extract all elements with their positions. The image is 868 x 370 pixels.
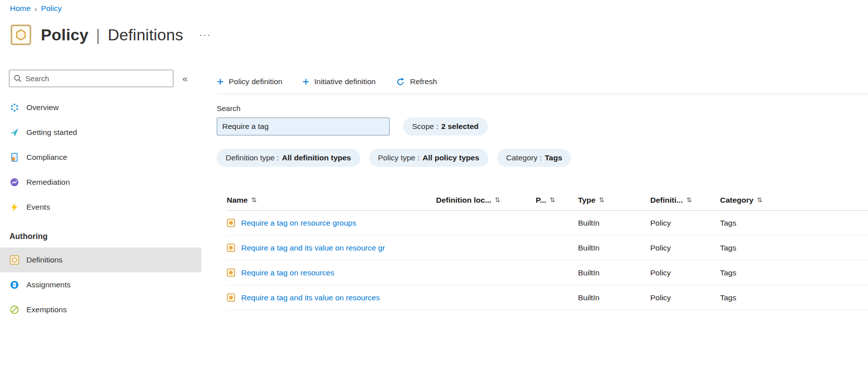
refresh-icon [396,77,405,87]
assignments-icon [9,280,19,290]
sidebar-item-label: Getting started [26,128,77,137]
table-row: Require a tag on resources BuiltIn Polic… [227,260,868,285]
definition-type-cell: Policy [650,293,720,302]
name-cell: Require a tag and its value on resource … [227,244,436,252]
page-title-primary: Policy [41,26,88,44]
sidebar-collapse-icon[interactable]: « [182,73,188,84]
sidebar: « Overview Getting started [0,70,201,322]
filter-row-1: Scope : 2 selected [217,118,868,135]
category-cell: Tags [720,244,868,252]
type-cell: BuiltIn [578,244,650,252]
events-icon [9,202,19,212]
sort-icon: ⇅ [757,196,762,204]
sidebar-search-input[interactable] [9,70,173,87]
compliance-icon [9,152,19,162]
name-cell: Require a tag on resource groups [227,219,436,228]
sidebar-item-remediation[interactable]: Remediation [0,170,201,195]
main-content: + Policy definition + Initiative definit… [217,71,868,310]
column-header-definition-location[interactable]: Definition loc... ⇅ [436,196,536,205]
sort-icon: ⇅ [550,196,555,204]
sidebar-item-assignments[interactable]: Assignments [0,272,201,297]
refresh-button[interactable]: Refresh [396,77,437,87]
category-cell: Tags [720,268,868,277]
table-row: Require a tag on resource groups BuiltIn… [227,211,868,236]
sidebar-item-overview[interactable]: Overview [0,95,201,120]
page-header: Policy | Definitions ··· [10,24,211,46]
column-header-name[interactable]: Name ⇅ [227,196,436,205]
name-cell: Require a tag on resources [227,268,436,277]
policy-row-icon [227,219,235,227]
breadcrumb-chevron-icon: › [34,4,37,13]
sidebar-search-row: « [0,70,201,87]
sidebar-item-label: Exemptions [26,305,67,314]
sidebar-item-exemptions[interactable]: Exemptions [0,297,201,322]
definition-type-filter-pill[interactable]: Definition type : All definition types [217,149,360,167]
breadcrumb-policy-link[interactable]: Policy [41,4,61,13]
sidebar-item-getting-started[interactable]: Getting started [0,120,201,145]
sort-icon: ⇅ [599,196,604,204]
sidebar-item-definitions[interactable]: Definitions [0,247,201,272]
initiative-definition-button[interactable]: + Initiative definition [302,76,376,88]
definition-link[interactable]: Require a tag on resource groups [241,219,356,228]
pill-label: Definition type : [226,153,279,162]
definition-type-cell: Policy [650,268,720,277]
column-header-definition-type[interactable]: Definiti... ⇅ [650,196,720,205]
definition-link[interactable]: Require a tag and its value on resource … [241,244,385,252]
sidebar-item-label: Assignments [26,280,71,289]
sort-icon: ⇅ [251,196,257,204]
policy-page-icon [10,24,32,46]
overview-icon [9,103,19,113]
getting-started-icon [9,127,19,137]
category-cell: Tags [720,293,868,302]
pill-value: All definition types [282,153,351,162]
definition-type-cell: Policy [650,244,720,252]
more-options-icon[interactable]: ··· [199,30,211,40]
search-label: Search [217,104,868,113]
pill-value: Tags [545,153,562,162]
table-row: Require a tag and its value on resource … [227,236,868,260]
policy-type-filter-pill[interactable]: Policy type : All policy types [369,149,488,167]
policy-row-icon [227,268,235,277]
category-filter-pill[interactable]: Category : Tags [497,149,572,167]
column-header-type[interactable]: Type ⇅ [578,196,650,205]
table-header-row: Name ⇅ Definition loc... ⇅ P... ⇅ Type ⇅… [227,190,868,211]
name-cell: Require a tag and its value on resources [227,293,436,302]
remediation-icon [9,177,19,187]
sidebar-item-events[interactable]: Events [0,195,201,220]
definition-search-input[interactable] [217,118,390,135]
page-title: Policy | Definitions [41,26,183,44]
type-cell: BuiltIn [578,219,650,228]
type-cell: BuiltIn [578,268,650,277]
sidebar-item-compliance[interactable]: Compliance [0,145,201,170]
column-label: Definiti... [650,196,683,205]
plus-icon: + [302,76,309,88]
page-title-secondary: Definitions [108,26,183,44]
column-label: P... [536,196,546,205]
column-header-category[interactable]: Category ⇅ [720,196,868,205]
sidebar-item-label: Definitions [26,255,62,264]
policy-definition-button[interactable]: + Policy definition [217,76,283,88]
scope-filter-pill[interactable]: Scope : 2 selected [403,118,488,135]
exemptions-icon [9,305,19,315]
sidebar-search-wrap [9,70,173,87]
definition-link[interactable]: Require a tag on resources [241,268,334,277]
refresh-label: Refresh [410,77,437,86]
breadcrumb: Home › Policy [10,4,62,13]
definitions-icon [9,255,19,265]
policy-definition-label: Policy definition [229,77,283,86]
category-cell: Tags [720,219,868,228]
policy-row-icon [227,244,235,252]
definition-link[interactable]: Require a tag and its value on resources [241,293,380,302]
column-label: Name [227,196,248,205]
breadcrumb-home-link[interactable]: Home [10,4,30,13]
initiative-definition-label: Initiative definition [314,77,376,86]
sidebar-item-label: Remediation [26,178,70,187]
pill-label: Scope : [412,122,438,131]
toolbar-divider [217,94,868,94]
table-row: Require a tag and its value on resources… [227,285,868,310]
pill-value: All policy types [423,153,479,162]
sidebar-item-label: Events [26,203,50,212]
column-label: Definition loc... [436,196,491,205]
type-cell: BuiltIn [578,293,650,302]
column-header-p[interactable]: P... ⇅ [536,196,578,205]
